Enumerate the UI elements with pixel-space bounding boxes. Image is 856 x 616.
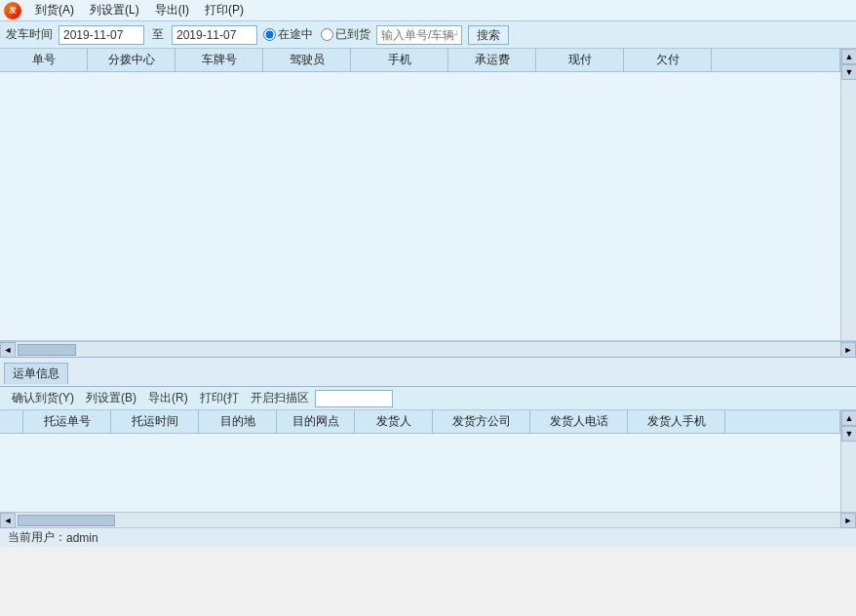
lower-th-fhren: 发货人 [355, 410, 433, 433]
main-vscrollbar[interactable]: ▲ ▼ [840, 49, 856, 340]
th-danhao: 单号 [0, 49, 88, 71]
lower-th-mudi: 目的地 [199, 410, 277, 433]
lower-th-fhsj: 发货人手机 [628, 410, 725, 433]
lower-th-fhgs: 发货方公司 [433, 410, 530, 433]
th-xianfu: 现付 [536, 49, 624, 71]
date-to-input[interactable] [172, 25, 257, 45]
th-chepai: 车牌号 [175, 49, 263, 71]
lower-th-mudwang: 目的网点 [277, 410, 355, 433]
main-table-header: 单号 分拨中心 车牌号 驾驶员 手机 承运费 现付 欠付 [0, 49, 840, 72]
radio-on-way[interactable] [263, 28, 276, 41]
lower-hscroll-left[interactable]: ◄ [0, 513, 16, 528]
date-from-input[interactable] [58, 25, 144, 45]
th-chengyun: 承运费 [448, 49, 536, 71]
hscroll-track[interactable] [16, 344, 840, 356]
radio-on-way-text: 在途中 [278, 26, 313, 43]
th-shouji: 手机 [351, 49, 448, 71]
radio-on-way-label[interactable]: 在途中 [263, 26, 313, 43]
lower-vscroll-down[interactable]: ▼ [841, 426, 856, 442]
scan-input[interactable] [315, 390, 393, 407]
toolbar: 发车时间 至 在途中 已到货 搜索 [0, 21, 856, 49]
lower-th-tuoyun: 托运单号 [23, 410, 111, 433]
menu-dayin[interactable]: 打印(P) [197, 1, 252, 19]
lower-section: 运单信息 确认到货(Y) 列设置(B) 导出(R) 打印(打 开启扫描区 托运单… [0, 357, 856, 527]
lower-th-fhtel: 发货人电话 [530, 410, 628, 433]
lower-columns-btn[interactable]: 列设置(B) [80, 389, 142, 407]
th-sijiyuan: 驾驶员 [263, 49, 351, 71]
th-fenzhi: 分拨中心 [88, 49, 175, 71]
status-bar: 当前用户： admin [0, 527, 856, 547]
th-qianfu: 欠付 [624, 49, 712, 71]
radio-arrived[interactable] [321, 28, 333, 41]
lower-export-btn[interactable]: 导出(R) [142, 389, 194, 407]
menu-daohuo[interactable]: 到货(A) [27, 1, 82, 19]
confirm-arrive-btn[interactable]: 确认到货(Y) [6, 389, 80, 407]
menu-bar: 发 到货(A) 列设置(L) 导出(I) 打印(P) [0, 0, 856, 21]
panel-title: 运单信息 [4, 363, 68, 384]
th-extra [712, 49, 840, 71]
main-table-area: 单号 分拨中心 车牌号 驾驶员 手机 承运费 现付 欠付 ▲ ▼ [0, 49, 856, 341]
current-user-label: 当前用户： [8, 529, 66, 546]
main-table-body [0, 72, 840, 336]
main-hscrollbar[interactable]: ◄ ► [0, 341, 856, 357]
date-separator: 至 [150, 26, 166, 43]
lower-hscroll-thumb[interactable] [18, 515, 115, 526]
vscroll-up-arrow[interactable]: ▲ [841, 49, 856, 64]
search-input[interactable] [376, 25, 462, 45]
hscroll-right-arrow[interactable]: ► [840, 342, 856, 358]
lower-hscrollbar[interactable]: ◄ ► [0, 512, 856, 527]
search-button[interactable]: 搜索 [468, 25, 509, 45]
app-logo: 发 [4, 2, 23, 19]
menu-daochu[interactable]: 导出(I) [147, 1, 197, 19]
radio-arrived-text: 已到货 [335, 26, 370, 43]
lower-th-extra [725, 410, 840, 433]
lower-print-btn[interactable]: 打印(打 [194, 389, 245, 407]
lower-toolbar: 确认到货(Y) 列设置(B) 导出(R) 打印(打 开启扫描区 [0, 387, 856, 410]
status-radio-group: 在途中 已到货 [263, 26, 370, 43]
lower-th-cb [0, 410, 23, 433]
lower-table-body [0, 434, 840, 512]
radio-arrived-label[interactable]: 已到货 [321, 26, 370, 43]
hscroll-thumb[interactable] [18, 344, 76, 356]
menu-lieshezhia[interactable]: 列设置(L) [82, 1, 147, 19]
lower-hscroll-right[interactable]: ► [840, 513, 856, 528]
logo-icon: 发 [4, 2, 21, 19]
scan-toggle-btn[interactable]: 开启扫描区 [245, 389, 315, 407]
lower-vscroll-up[interactable]: ▲ [841, 410, 856, 426]
lower-table-header: 托运单号 托运时间 目的地 目的网点 发货人 发货方公司 发货人电话 发货人手机 [0, 410, 840, 434]
date-label: 发车时间 [6, 26, 53, 43]
lower-table-container: 托运单号 托运时间 目的地 目的网点 发货人 发货方公司 发货人电话 发货人手机… [0, 410, 856, 512]
current-user-value: admin [66, 531, 98, 545]
hscroll-left-arrow[interactable]: ◄ [0, 342, 16, 358]
lower-vscrollbar[interactable]: ▲ ▼ [840, 410, 856, 512]
vscroll-down-arrow[interactable]: ▼ [841, 64, 856, 80]
lower-th-tuosj: 托运时间 [111, 410, 199, 433]
